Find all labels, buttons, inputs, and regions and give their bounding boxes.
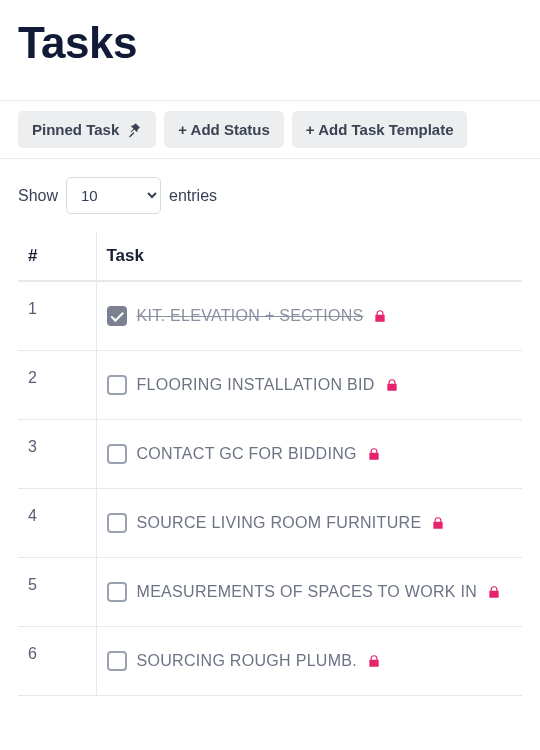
tasks-table: # Task 1KIT. ELEVATION + SECTIONS2FLOORI…	[18, 232, 522, 696]
task-checkbox[interactable]	[107, 444, 127, 464]
col-number-header[interactable]: #	[18, 232, 96, 281]
task-label[interactable]: FLOORING INSTALLATION BID	[137, 376, 375, 394]
row-number: 1	[18, 281, 96, 351]
entries-length-control: Show 10 entries	[18, 177, 522, 214]
add-task-template-button[interactable]: + Add Task Template	[292, 111, 468, 148]
task-checkbox[interactable]	[107, 306, 127, 326]
task-cell: SOURCE LIVING ROOM FURNITURE	[96, 489, 522, 558]
table-row[interactable]: 3CONTACT GC FOR BIDDING	[18, 420, 522, 489]
entries-select[interactable]: 10	[66, 177, 161, 214]
entries-label: entries	[169, 187, 217, 205]
lock-icon	[367, 447, 381, 461]
lock-icon	[373, 309, 387, 323]
col-task-header[interactable]: Task	[96, 232, 522, 281]
task-cell: SOURCING ROUGH PLUMB.	[96, 627, 522, 696]
toolbar: Pinned Task + Add Status + Add Task Temp…	[18, 101, 522, 158]
task-label[interactable]: SOURCING ROUGH PLUMB.	[137, 652, 358, 670]
pin-icon	[125, 121, 142, 138]
add-status-button[interactable]: + Add Status	[164, 111, 284, 148]
row-number: 6	[18, 627, 96, 696]
task-checkbox[interactable]	[107, 651, 127, 671]
row-number: 4	[18, 489, 96, 558]
add-task-template-label: + Add Task Template	[306, 121, 454, 138]
table-row[interactable]: 1KIT. ELEVATION + SECTIONS	[18, 281, 522, 351]
task-cell: KIT. ELEVATION + SECTIONS	[96, 281, 522, 351]
task-cell: CONTACT GC FOR BIDDING	[96, 420, 522, 489]
add-status-label: + Add Status	[178, 121, 270, 138]
table-row[interactable]: 4SOURCE LIVING ROOM FURNITURE	[18, 489, 522, 558]
lock-icon	[385, 378, 399, 392]
task-cell: FLOORING INSTALLATION BID	[96, 351, 522, 420]
table-row[interactable]: 5MEASUREMENTS OF SPACES TO WORK IN	[18, 558, 522, 627]
task-label[interactable]: CONTACT GC FOR BIDDING	[137, 445, 357, 463]
row-number: 3	[18, 420, 96, 489]
show-label: Show	[18, 187, 58, 205]
pinned-task-button[interactable]: Pinned Task	[18, 111, 156, 148]
row-number: 5	[18, 558, 96, 627]
task-label[interactable]: MEASUREMENTS OF SPACES TO WORK IN	[137, 583, 478, 601]
task-label[interactable]: KIT. ELEVATION + SECTIONS	[137, 307, 364, 325]
pinned-task-label: Pinned Task	[32, 121, 119, 138]
lock-icon	[431, 516, 445, 530]
task-checkbox[interactable]	[107, 513, 127, 533]
task-checkbox[interactable]	[107, 582, 127, 602]
page-title: Tasks	[18, 18, 522, 68]
table-row[interactable]: 6SOURCING ROUGH PLUMB.	[18, 627, 522, 696]
task-label[interactable]: SOURCE LIVING ROOM FURNITURE	[137, 514, 422, 532]
lock-icon	[487, 585, 501, 599]
table-row[interactable]: 2FLOORING INSTALLATION BID	[18, 351, 522, 420]
task-checkbox[interactable]	[107, 375, 127, 395]
divider	[0, 158, 540, 159]
lock-icon	[367, 654, 381, 668]
row-number: 2	[18, 351, 96, 420]
task-cell: MEASUREMENTS OF SPACES TO WORK IN	[96, 558, 522, 627]
